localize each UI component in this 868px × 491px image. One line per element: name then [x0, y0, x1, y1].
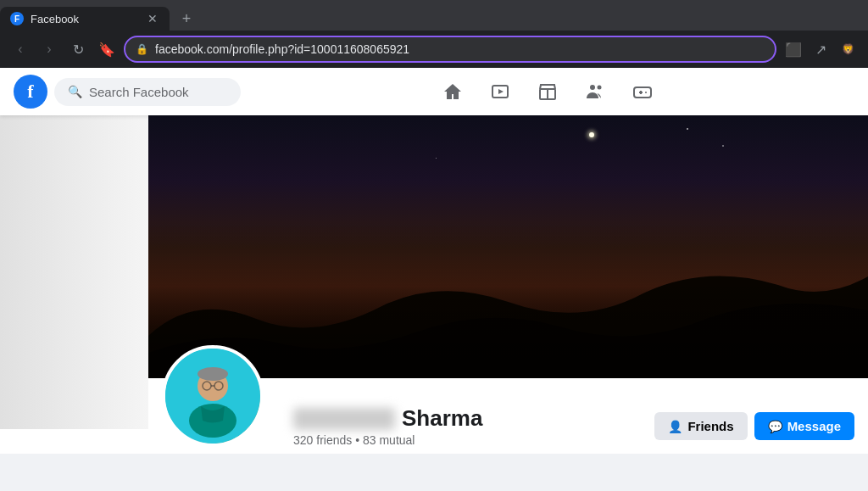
tab-favicon: F — [10, 12, 24, 25]
brave-shield-button[interactable]: 🦁 — [836, 37, 860, 61]
cover-gradient-overlay — [148, 115, 868, 378]
message-button-icon: 💬 — [768, 420, 782, 433]
message-button[interactable]: 💬 Message — [754, 412, 854, 440]
svg-point-10 — [198, 367, 228, 381]
profile-page: Sharma 320 friends • 83 mutual 👤 Friends… — [0, 115, 868, 454]
active-tab[interactable]: F Facebook ✕ — [0, 7, 170, 31]
profile-action-buttons: 👤 Friends 💬 Message — [654, 412, 854, 447]
facebook-navbar: f 🔍 Search Facebook — [0, 68, 868, 115]
mutual-count: 83 mutual — [363, 433, 415, 447]
tab-title: Facebook — [31, 13, 139, 25]
marketplace-nav-button[interactable] — [527, 71, 568, 112]
search-bar[interactable]: 🔍 Search Facebook — [54, 78, 241, 106]
message-button-label: Message — [787, 419, 841, 433]
profile-name-blurred — [293, 408, 395, 430]
svg-point-3 — [590, 85, 595, 90]
share-button[interactable]: ↗ — [809, 37, 832, 61]
profile-name-surname: Sharma — [402, 405, 482, 432]
address-bar[interactable]: 🔒 facebook.com/profile.php?id=1000116080… — [124, 36, 776, 63]
browser-chrome: F Facebook ✕ + ‹ › ↻ 🔖 🔒 facebook.com/pr… — [0, 0, 868, 68]
nav-center-icons — [241, 71, 854, 112]
friends-separator: • — [352, 433, 363, 447]
gaming-nav-button[interactable] — [622, 71, 663, 112]
cover-photo — [148, 115, 868, 378]
left-sidebar-blur — [0, 115, 148, 429]
avatar-image — [165, 349, 260, 444]
friends-button[interactable]: 👤 Friends — [654, 412, 747, 440]
search-placeholder-text: Search Facebook — [89, 85, 189, 99]
profile-avatar[interactable] — [162, 345, 264, 447]
tab-bar: F Facebook ✕ + — [0, 0, 868, 31]
address-bar-row: ‹ › ↻ 🔖 🔒 facebook.com/profile.php?id=10… — [0, 31, 868, 68]
profile-avatar-container — [162, 345, 264, 447]
friends-count: 320 friends — [293, 433, 352, 447]
screen-cast-button[interactable]: ⬛ — [782, 37, 805, 61]
url-text: facebook.com/profile.php?id=100011608065… — [155, 42, 765, 56]
lock-icon: 🔒 — [136, 43, 148, 55]
browser-actions: ⬛ ↗ 🦁 — [782, 37, 860, 61]
friends-button-icon: 👤 — [668, 420, 682, 433]
forward-button[interactable]: › — [37, 37, 61, 61]
tab-favicon-letter: F — [14, 14, 19, 24]
facebook-logo-letter: f — [27, 81, 33, 103]
profile-name-section: Sharma 320 friends • 83 mutual — [293, 405, 482, 447]
profile-info-bar: Sharma 320 friends • 83 mutual 👤 Friends… — [148, 378, 868, 454]
back-button[interactable]: ‹ — [8, 37, 32, 61]
reload-button[interactable]: ↻ — [66, 37, 90, 61]
svg-marker-1 — [498, 89, 504, 94]
search-icon: 🔍 — [68, 85, 82, 98]
profile-friends-info: 320 friends • 83 mutual — [293, 433, 482, 447]
facebook-logo[interactable]: f — [14, 75, 47, 109]
profile-details: Sharma 320 friends • 83 mutual 👤 Friends… — [280, 378, 868, 454]
friends-button-label: Friends — [687, 419, 733, 433]
friends-nav-button[interactable] — [575, 71, 615, 112]
svg-point-4 — [598, 86, 602, 90]
home-nav-button[interactable] — [432, 71, 473, 112]
new-tab-button[interactable]: + — [176, 8, 197, 29]
svg-point-6 — [645, 92, 647, 93]
watch-nav-button[interactable] — [480, 71, 520, 112]
profile-name-row: Sharma — [293, 405, 482, 432]
tab-close-button[interactable]: ✕ — [146, 12, 159, 25]
bookmark-button[interactable]: 🔖 — [95, 37, 119, 61]
